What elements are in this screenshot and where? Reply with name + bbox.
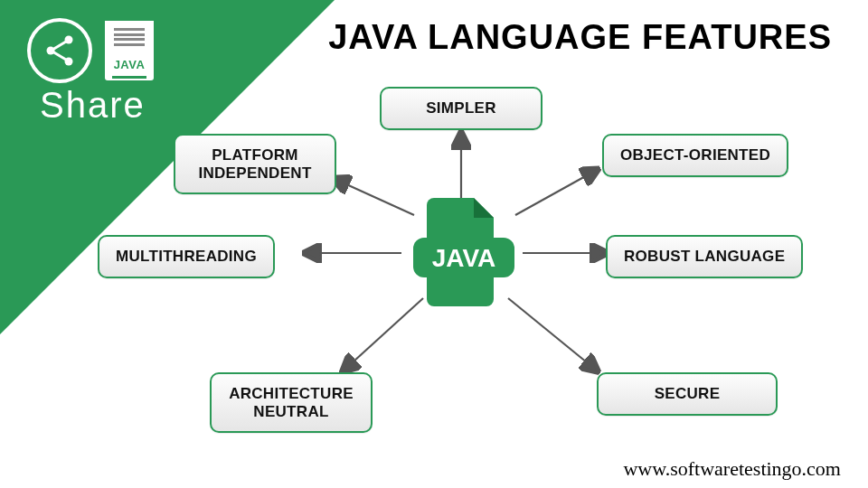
svg-text:JAVA: JAVA [432,244,496,272]
footer-url: www.softwaretestingo.com [623,457,841,481]
feature-robust: ROBUST LANGUAGE [606,235,803,278]
diagram-stage: JAVA SIMPLER PLATFORMINDEPENDENT OBJECT-… [0,0,868,488]
java-center-icon: JAVA [393,185,529,321]
feature-architecture-neutral: ARCHITECTURENEUTRAL [210,372,373,433]
feature-simpler: SIMPLER [380,87,542,130]
feature-secure: SECURE [597,372,778,416]
feature-object-oriented: OBJECT-ORIENTED [602,134,788,177]
feature-platform-independent: PLATFORMINDEPENDENT [174,134,336,194]
feature-multithreading: MULTITHREADING [98,235,275,278]
